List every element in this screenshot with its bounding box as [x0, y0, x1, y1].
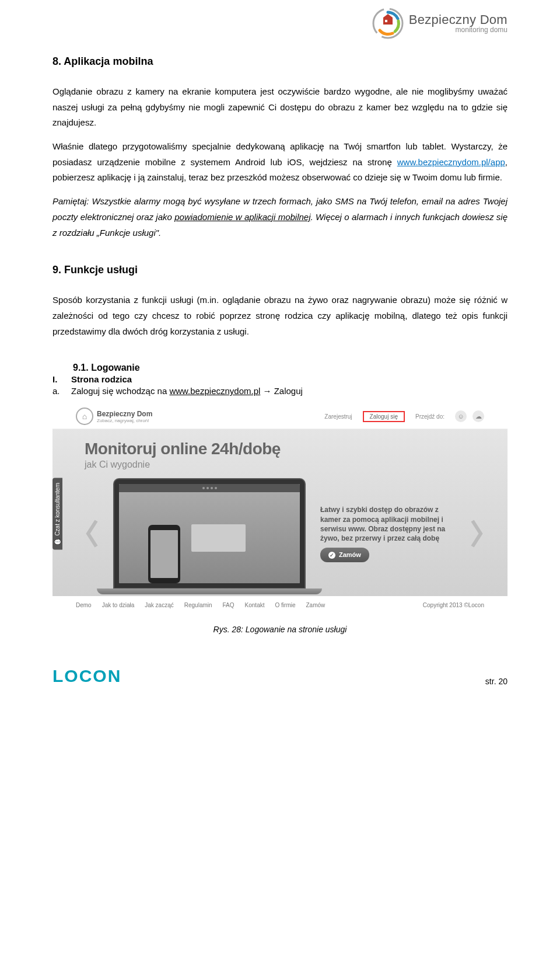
badge-icon-1[interactable]: ☺: [455, 410, 467, 422]
register-link[interactable]: Zarejestruj: [320, 412, 356, 422]
login-link[interactable]: Zaloguj się: [363, 411, 405, 422]
locon-logo: LOCON: [52, 666, 121, 686]
list-item-a: a.Zaloguj się wchodząc na www.bezpieczny…: [52, 386, 508, 396]
topbar: ⌂ Bezpieczny Dom Zobacz, nagrywaj, chroń…: [52, 403, 508, 429]
embedded-screenshot: ⌂ Bezpieczny Dom Zobacz, nagrywaj, chroń…: [52, 403, 508, 614]
site-logo[interactable]: ⌂ Bezpieczny Dom Zobacz, nagrywaj, chroń…: [76, 408, 152, 425]
nav-demo[interactable]: Demo: [76, 602, 92, 608]
site-link[interactable]: www.bezpiecznydom.pl: [169, 386, 260, 396]
prev-chevron-icon[interactable]: [85, 518, 99, 549]
figure-caption: Rys. 28: Logowanie na stronie usługi: [52, 625, 508, 634]
check-icon: ✓: [328, 552, 335, 559]
app-link[interactable]: www.bezpiecznydom.pl/app: [397, 157, 505, 167]
order-button[interactable]: ✓ Zamów: [320, 548, 369, 562]
subsection-9-1: 9.1. Logowanie: [73, 363, 508, 373]
section-8-note: Pamiętaj: Wszystkie alarmy mogą być wysy…: [52, 194, 508, 241]
brand-logo: Bezpieczny Dom monitoring domu: [372, 7, 508, 40]
hero-title: Monitoruj online 24h/dobę: [85, 440, 484, 458]
chat-tab[interactable]: 💬 Czat z konsultantem: [52, 478, 62, 550]
house-logo-icon: [372, 7, 404, 40]
hero-section: Monitoruj online 24h/dobę jak Ci wygodni…: [52, 429, 508, 596]
laptop-image: [113, 478, 306, 589]
page-number: str. 20: [485, 677, 508, 686]
hero-subtitle: jak Ci wygodnie: [85, 459, 484, 470]
section-8-para-1: Oglądanie obrazu z kamery na ekranie kom…: [52, 84, 508, 131]
goto-label: Przejdź do:: [411, 412, 449, 422]
nav-contact[interactable]: Kontakt: [245, 602, 265, 608]
svg-rect-1: [385, 20, 387, 22]
nav-faq[interactable]: FAQ: [223, 602, 235, 608]
nav-order[interactable]: Zamów: [306, 602, 326, 608]
chat-icon: 💬: [54, 538, 61, 545]
section-9-heading: 9. Funkcje usługi: [52, 264, 508, 276]
section-9-para-1: Sposób korzystania z funkcji usługi (m.i…: [52, 292, 508, 339]
brand-title: Bezpieczny Dom: [409, 13, 508, 26]
copyright: Copyright 2013 ©Locon: [423, 602, 484, 608]
house-icon: ⌂: [76, 408, 93, 425]
nav-about[interactable]: O firmie: [275, 602, 296, 608]
list-item-I: I.Strona rodzica: [52, 374, 508, 384]
nav-how-it-works[interactable]: Jak to działa: [102, 602, 135, 608]
nav-terms[interactable]: Regulamin: [184, 602, 212, 608]
benefits-text: Łatwy i szybki dostęp do obrazów z kamer…: [320, 505, 456, 562]
footer-nav: Demo Jak to działa Jak zacząć Regulamin …: [52, 596, 508, 614]
badge-icon-2[interactable]: ☁: [473, 410, 484, 422]
nav-how-to-start[interactable]: Jak zacząć: [145, 602, 173, 608]
next-chevron-icon[interactable]: [470, 518, 484, 549]
brand-subtitle: monitoring domu: [409, 26, 508, 34]
section-8-para-2: Właśnie dlatego przygotowaliśmy specjaln…: [52, 139, 508, 186]
section-8-heading: 8. Aplikacja mobilna: [52, 55, 508, 68]
phone-image: [148, 525, 180, 583]
